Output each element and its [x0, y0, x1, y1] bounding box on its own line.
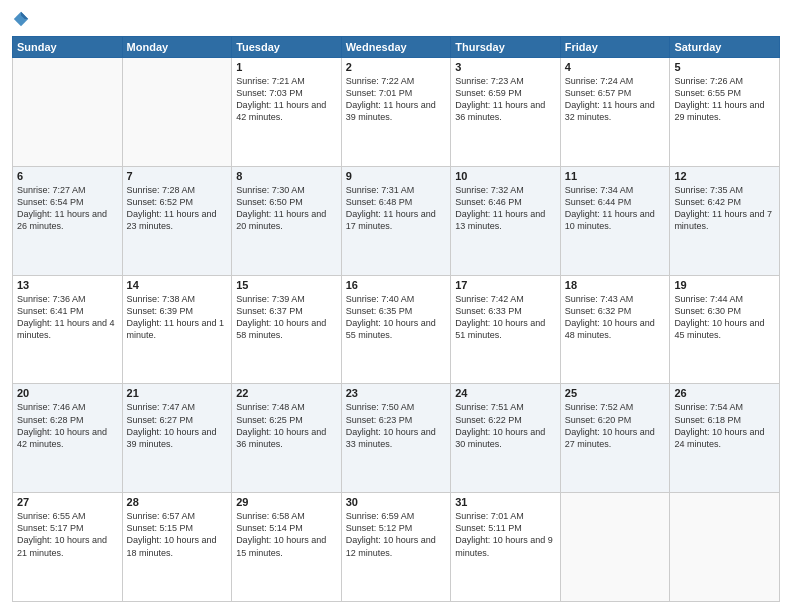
day-number: 28: [127, 496, 228, 508]
day-info: Sunrise: 7:47 AM Sunset: 6:27 PM Dayligh…: [127, 401, 228, 450]
calendar-cell: 25Sunrise: 7:52 AM Sunset: 6:20 PM Dayli…: [560, 384, 670, 493]
day-info: Sunrise: 7:30 AM Sunset: 6:50 PM Dayligh…: [236, 184, 337, 233]
day-number: 22: [236, 387, 337, 399]
day-number: 20: [17, 387, 118, 399]
logo: [12, 10, 32, 28]
day-number: 2: [346, 61, 447, 73]
day-number: 18: [565, 279, 666, 291]
day-info: Sunrise: 7:21 AM Sunset: 7:03 PM Dayligh…: [236, 75, 337, 124]
day-info: Sunrise: 7:26 AM Sunset: 6:55 PM Dayligh…: [674, 75, 775, 124]
calendar-cell: [670, 493, 780, 602]
day-info: Sunrise: 7:31 AM Sunset: 6:48 PM Dayligh…: [346, 184, 447, 233]
day-number: 8: [236, 170, 337, 182]
day-number: 24: [455, 387, 556, 399]
day-number: 17: [455, 279, 556, 291]
weekday-header: Friday: [560, 37, 670, 58]
weekday-header: Monday: [122, 37, 232, 58]
calendar-cell: [560, 493, 670, 602]
calendar-cell: 10Sunrise: 7:32 AM Sunset: 6:46 PM Dayli…: [451, 166, 561, 275]
weekday-header-row: SundayMondayTuesdayWednesdayThursdayFrid…: [13, 37, 780, 58]
day-number: 11: [565, 170, 666, 182]
weekday-header: Tuesday: [232, 37, 342, 58]
calendar-cell: 20Sunrise: 7:46 AM Sunset: 6:28 PM Dayli…: [13, 384, 123, 493]
page: SundayMondayTuesdayWednesdayThursdayFrid…: [0, 0, 792, 612]
weekday-header: Thursday: [451, 37, 561, 58]
day-info: Sunrise: 7:38 AM Sunset: 6:39 PM Dayligh…: [127, 293, 228, 342]
calendar-table: SundayMondayTuesdayWednesdayThursdayFrid…: [12, 36, 780, 602]
header: [12, 10, 780, 28]
day-info: Sunrise: 7:44 AM Sunset: 6:30 PM Dayligh…: [674, 293, 775, 342]
day-number: 23: [346, 387, 447, 399]
day-info: Sunrise: 7:01 AM Sunset: 5:11 PM Dayligh…: [455, 510, 556, 559]
calendar-week-row: 1Sunrise: 7:21 AM Sunset: 7:03 PM Daylig…: [13, 58, 780, 167]
calendar-cell: 4Sunrise: 7:24 AM Sunset: 6:57 PM Daylig…: [560, 58, 670, 167]
day-info: Sunrise: 7:27 AM Sunset: 6:54 PM Dayligh…: [17, 184, 118, 233]
day-number: 1: [236, 61, 337, 73]
day-info: Sunrise: 7:43 AM Sunset: 6:32 PM Dayligh…: [565, 293, 666, 342]
day-info: Sunrise: 7:48 AM Sunset: 6:25 PM Dayligh…: [236, 401, 337, 450]
calendar-cell: 19Sunrise: 7:44 AM Sunset: 6:30 PM Dayli…: [670, 275, 780, 384]
day-number: 4: [565, 61, 666, 73]
day-number: 5: [674, 61, 775, 73]
day-info: Sunrise: 7:36 AM Sunset: 6:41 PM Dayligh…: [17, 293, 118, 342]
day-info: Sunrise: 6:59 AM Sunset: 5:12 PM Dayligh…: [346, 510, 447, 559]
day-number: 27: [17, 496, 118, 508]
day-number: 6: [17, 170, 118, 182]
day-info: Sunrise: 7:24 AM Sunset: 6:57 PM Dayligh…: [565, 75, 666, 124]
day-info: Sunrise: 7:52 AM Sunset: 6:20 PM Dayligh…: [565, 401, 666, 450]
day-info: Sunrise: 7:35 AM Sunset: 6:42 PM Dayligh…: [674, 184, 775, 233]
day-info: Sunrise: 7:34 AM Sunset: 6:44 PM Dayligh…: [565, 184, 666, 233]
calendar-cell: 30Sunrise: 6:59 AM Sunset: 5:12 PM Dayli…: [341, 493, 451, 602]
day-info: Sunrise: 7:23 AM Sunset: 6:59 PM Dayligh…: [455, 75, 556, 124]
day-info: Sunrise: 7:39 AM Sunset: 6:37 PM Dayligh…: [236, 293, 337, 342]
calendar-cell: 26Sunrise: 7:54 AM Sunset: 6:18 PM Dayli…: [670, 384, 780, 493]
calendar-cell: 31Sunrise: 7:01 AM Sunset: 5:11 PM Dayli…: [451, 493, 561, 602]
day-info: Sunrise: 7:46 AM Sunset: 6:28 PM Dayligh…: [17, 401, 118, 450]
calendar-cell: 3Sunrise: 7:23 AM Sunset: 6:59 PM Daylig…: [451, 58, 561, 167]
calendar-cell: 22Sunrise: 7:48 AM Sunset: 6:25 PM Dayli…: [232, 384, 342, 493]
day-number: 16: [346, 279, 447, 291]
day-info: Sunrise: 7:40 AM Sunset: 6:35 PM Dayligh…: [346, 293, 447, 342]
calendar-cell: 16Sunrise: 7:40 AM Sunset: 6:35 PM Dayli…: [341, 275, 451, 384]
day-info: Sunrise: 7:54 AM Sunset: 6:18 PM Dayligh…: [674, 401, 775, 450]
day-number: 13: [17, 279, 118, 291]
day-number: 21: [127, 387, 228, 399]
calendar-cell: 12Sunrise: 7:35 AM Sunset: 6:42 PM Dayli…: [670, 166, 780, 275]
day-number: 29: [236, 496, 337, 508]
calendar-week-row: 20Sunrise: 7:46 AM Sunset: 6:28 PM Dayli…: [13, 384, 780, 493]
day-number: 14: [127, 279, 228, 291]
calendar-cell: 1Sunrise: 7:21 AM Sunset: 7:03 PM Daylig…: [232, 58, 342, 167]
day-number: 26: [674, 387, 775, 399]
day-number: 15: [236, 279, 337, 291]
calendar-cell: 9Sunrise: 7:31 AM Sunset: 6:48 PM Daylig…: [341, 166, 451, 275]
calendar-cell: 11Sunrise: 7:34 AM Sunset: 6:44 PM Dayli…: [560, 166, 670, 275]
calendar-cell: 15Sunrise: 7:39 AM Sunset: 6:37 PM Dayli…: [232, 275, 342, 384]
calendar-cell: 5Sunrise: 7:26 AM Sunset: 6:55 PM Daylig…: [670, 58, 780, 167]
calendar-cell: 13Sunrise: 7:36 AM Sunset: 6:41 PM Dayli…: [13, 275, 123, 384]
calendar-cell: 14Sunrise: 7:38 AM Sunset: 6:39 PM Dayli…: [122, 275, 232, 384]
calendar-cell: 18Sunrise: 7:43 AM Sunset: 6:32 PM Dayli…: [560, 275, 670, 384]
weekday-header: Saturday: [670, 37, 780, 58]
day-info: Sunrise: 6:55 AM Sunset: 5:17 PM Dayligh…: [17, 510, 118, 559]
calendar-week-row: 6Sunrise: 7:27 AM Sunset: 6:54 PM Daylig…: [13, 166, 780, 275]
calendar-cell: [13, 58, 123, 167]
day-info: Sunrise: 7:50 AM Sunset: 6:23 PM Dayligh…: [346, 401, 447, 450]
weekday-header: Wednesday: [341, 37, 451, 58]
day-info: Sunrise: 7:32 AM Sunset: 6:46 PM Dayligh…: [455, 184, 556, 233]
calendar-week-row: 13Sunrise: 7:36 AM Sunset: 6:41 PM Dayli…: [13, 275, 780, 384]
day-number: 12: [674, 170, 775, 182]
day-info: Sunrise: 6:58 AM Sunset: 5:14 PM Dayligh…: [236, 510, 337, 559]
day-number: 30: [346, 496, 447, 508]
day-info: Sunrise: 7:51 AM Sunset: 6:22 PM Dayligh…: [455, 401, 556, 450]
weekday-header: Sunday: [13, 37, 123, 58]
day-number: 7: [127, 170, 228, 182]
calendar-cell: 8Sunrise: 7:30 AM Sunset: 6:50 PM Daylig…: [232, 166, 342, 275]
calendar-cell: 23Sunrise: 7:50 AM Sunset: 6:23 PM Dayli…: [341, 384, 451, 493]
day-info: Sunrise: 6:57 AM Sunset: 5:15 PM Dayligh…: [127, 510, 228, 559]
day-number: 31: [455, 496, 556, 508]
day-number: 19: [674, 279, 775, 291]
day-info: Sunrise: 7:28 AM Sunset: 6:52 PM Dayligh…: [127, 184, 228, 233]
calendar-cell: 24Sunrise: 7:51 AM Sunset: 6:22 PM Dayli…: [451, 384, 561, 493]
calendar-cell: 17Sunrise: 7:42 AM Sunset: 6:33 PM Dayli…: [451, 275, 561, 384]
day-number: 3: [455, 61, 556, 73]
